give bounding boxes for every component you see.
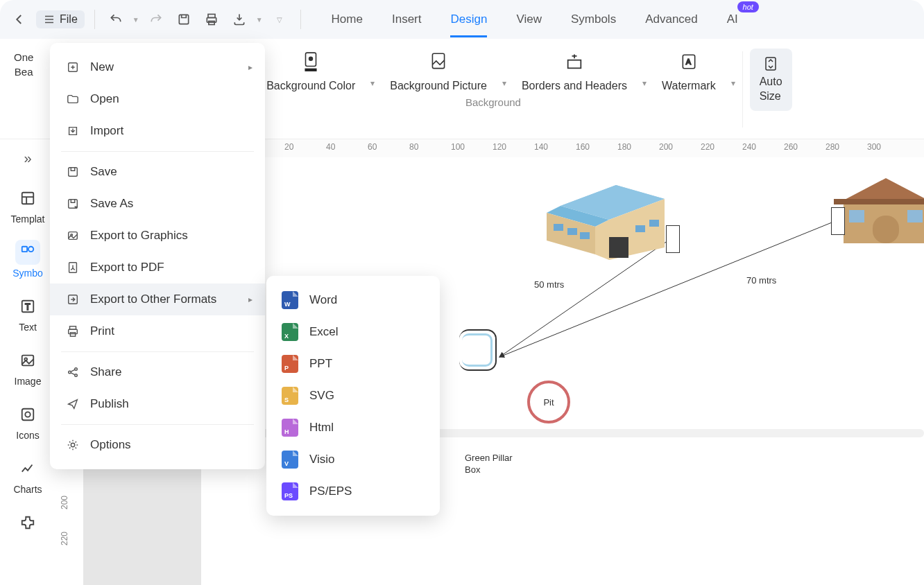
menu-options[interactable]: Options (50, 429, 265, 461)
svg-rect-25 (568, 60, 581, 69)
theme-name: One Bea (7, 46, 40, 78)
export-submenu: WWord XExcel PPPT SSVG HHtml VVisio PSPS… (266, 276, 440, 516)
svg-rect-32 (22, 247, 27, 252)
ribbon-tabs: Home Insert Design View Symbols Advanced… (332, 8, 738, 30)
tab-symbols[interactable]: Symbols (571, 8, 616, 30)
menu-share[interactable]: Share (50, 356, 265, 388)
menu-publish[interactable]: Publish (50, 388, 265, 420)
menu-export-pdf[interactable]: Export to PDF (50, 252, 265, 283)
watermark-button[interactable]: AWatermark (647, 46, 731, 94)
redo-button[interactable] (145, 8, 167, 30)
svg-point-20 (309, 57, 313, 61)
svg-rect-70 (69, 329, 78, 333)
top-toolbar: File ▼ ▼ ▽ Home Insert Design View Symbo… (0, 0, 924, 39)
svg-rect-49 (567, 228, 577, 235)
tab-advanced[interactable]: Advanced (645, 8, 698, 30)
print-button[interactable] (200, 8, 223, 30)
svg-rect-21 (305, 69, 317, 71)
sidebar-plugin[interactable] (0, 510, 55, 535)
sidebar-charts[interactable]: Charts (0, 456, 55, 495)
svg-rect-58 (834, 199, 924, 204)
undo-button[interactable] (105, 8, 127, 30)
export-visio[interactable]: VVisio (266, 444, 440, 475)
file-menu-button[interactable]: File (36, 10, 85, 28)
menu-save[interactable]: Save (50, 156, 265, 188)
export-word[interactable]: WWord (266, 284, 440, 316)
menu-separator (61, 151, 254, 152)
menu-export-graphics[interactable]: Export to Graphics (50, 220, 265, 252)
menu-separator (61, 351, 254, 352)
file-menu: New▸ Open Import Save Save As Export to … (50, 43, 265, 469)
label-caption: Green PillarBox (465, 453, 513, 476)
section-label-background: Background (251, 94, 735, 108)
sidebar-icons[interactable]: Icons (0, 402, 55, 441)
export-dropdown[interactable]: ▼ (256, 16, 263, 24)
shape-node-left[interactable] (666, 225, 680, 253)
export-button[interactable] (228, 8, 250, 30)
svg-rect-56 (849, 210, 864, 222)
menu-new[interactable]: New▸ (50, 51, 265, 83)
svg-point-77 (71, 443, 74, 446)
watermark-more[interactable]: ▾ (731, 51, 735, 88)
svg-rect-52 (649, 220, 659, 227)
export-excel[interactable]: XExcel (266, 316, 440, 348)
bg-color-button[interactable]: Background Color (251, 46, 370, 94)
borders-button[interactable]: Borders and Headers (506, 46, 642, 94)
export-svg[interactable]: SSVG (266, 380, 440, 412)
svg-line-76 (71, 373, 74, 375)
svg-point-73 (75, 368, 78, 371)
svg-rect-33 (28, 247, 33, 252)
svg-rect-50 (580, 232, 590, 239)
shape-warehouse[interactable] (547, 171, 671, 261)
sidebar-templates[interactable]: Templat (0, 186, 55, 225)
bg-picture-button[interactable]: Background Picture (375, 46, 502, 94)
undo-dropdown[interactable]: ▼ (132, 16, 139, 24)
tab-view[interactable]: View (516, 8, 542, 30)
sidebar-image[interactable]: Image (0, 348, 55, 387)
menu-export-other[interactable]: Export to Other Formats▸ (50, 283, 265, 315)
more-toolbar[interactable]: ▽ (268, 8, 291, 30)
svg-point-38 (25, 412, 30, 417)
menu-print[interactable]: Print (50, 315, 265, 347)
sidebar-symbols[interactable]: Symbo (0, 240, 55, 279)
svg-rect-51 (635, 225, 645, 232)
export-ppt[interactable]: PPPT (266, 348, 440, 380)
background-section: Background Color▾ Background Picture▾ Bo… (251, 46, 735, 108)
svg-point-72 (69, 371, 71, 374)
menu-save-as[interactable]: Save As (50, 188, 265, 220)
svg-rect-47 (609, 237, 628, 258)
tab-design[interactable]: Design (450, 8, 487, 30)
symbols-panel-preview (83, 466, 201, 585)
label-distance-1: 50 mtrs (534, 279, 564, 290)
separator (742, 51, 743, 128)
shape-node-right[interactable] (831, 207, 845, 235)
shape-house[interactable] (834, 171, 924, 247)
export-html[interactable]: HHtml (266, 412, 440, 444)
sidebar-text[interactable]: TText (0, 294, 55, 333)
tab-home[interactable]: Home (332, 8, 363, 30)
menu-import[interactable]: Import (50, 115, 265, 147)
svg-text:A: A (685, 58, 691, 66)
auto-size-button[interactable]: AutoSize (750, 49, 792, 111)
save-button[interactable] (173, 8, 195, 30)
svg-line-75 (71, 369, 74, 372)
svg-rect-22 (433, 53, 445, 68)
svg-rect-48 (554, 224, 563, 231)
back-button[interactable] (8, 8, 31, 30)
export-pseps[interactable]: PSPS/EPS (266, 475, 440, 507)
tab-ai[interactable]: AI (727, 8, 738, 30)
left-sidebar: » Templat Symbo TText Image Icons Charts (0, 139, 55, 535)
tab-insert[interactable]: Insert (392, 8, 422, 30)
file-label: File (60, 13, 78, 26)
sidebar-collapse[interactable]: » (19, 146, 35, 171)
shape-pit[interactable]: Pit (527, 381, 570, 424)
svg-marker-53 (841, 178, 924, 202)
svg-rect-57 (907, 210, 923, 222)
menu-open[interactable]: Open (50, 83, 265, 115)
shape-target-box[interactable] (459, 329, 497, 371)
svg-rect-39 (22, 409, 34, 421)
svg-rect-55 (873, 216, 899, 243)
separator (94, 10, 95, 29)
svg-point-74 (75, 374, 78, 377)
separator (300, 10, 301, 29)
